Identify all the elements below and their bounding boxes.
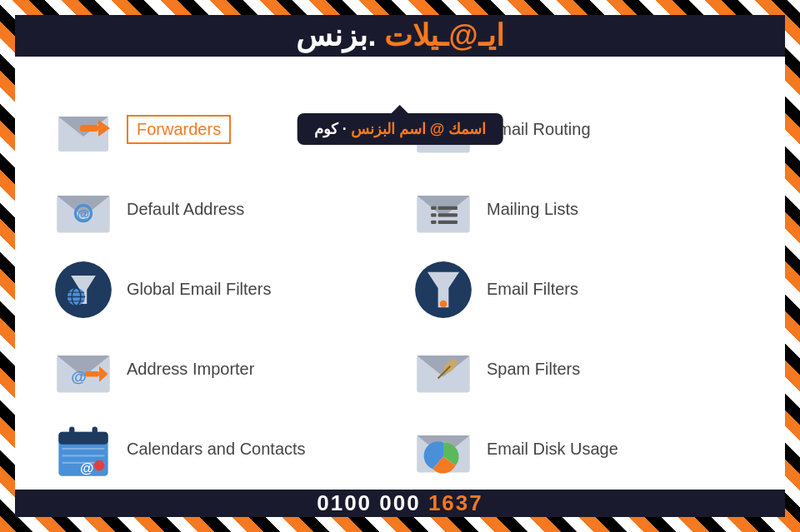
menu-item-email-filters[interactable]: Email Filters	[400, 250, 760, 330]
mailing-lists-icon	[413, 180, 473, 240]
mailing-lists-label: Mailing Lists	[487, 200, 578, 219]
svg-text:@: @	[71, 367, 87, 385]
forwarders-label: Forwarders	[127, 115, 231, 144]
menu-item-default-address[interactable]: @ Default Address	[40, 170, 400, 250]
footer: 0100 000 1637	[15, 490, 785, 517]
svg-rect-44	[69, 426, 74, 437]
phone-part1: 0100 000	[317, 490, 428, 515]
email-filters-icon	[413, 260, 473, 320]
svg-rect-20	[438, 213, 458, 216]
svg-rect-3	[80, 125, 98, 132]
default-address-icon: @	[53, 180, 113, 240]
svg-rect-22	[438, 220, 458, 223]
calendars-contacts-icon: @	[53, 420, 113, 480]
svg-rect-47	[62, 455, 105, 456]
spam-filters-label: Spam Filters	[487, 360, 580, 379]
forwarders-icon	[53, 100, 113, 160]
address-importer-label: Address Importer	[127, 360, 254, 379]
header: ايـ@ـيلات .بزنس	[15, 15, 785, 57]
menu-item-global-email-filters[interactable]: Global Email Filters	[40, 250, 400, 330]
svg-text:@: @	[80, 460, 94, 475]
svg-rect-21	[431, 220, 436, 223]
default-address-label: Default Address	[127, 200, 244, 219]
svg-rect-36	[85, 371, 99, 376]
email-disk-usage-icon	[413, 420, 473, 480]
address-importer-icon: @	[53, 340, 113, 400]
svg-text:@: @	[78, 206, 89, 220]
logo-part2: .بزنس	[296, 18, 376, 52]
svg-rect-46	[62, 447, 105, 449]
menu-item-mailing-lists[interactable]: Mailing Lists	[400, 170, 760, 250]
menu-item-calendars-contacts[interactable]: @ Calendars and Contacts	[40, 410, 400, 490]
tooltip-part2: اسمك @ اسم البزنس	[351, 121, 487, 137]
svg-point-32	[440, 300, 447, 306]
email-filters-label: Email Filters	[487, 280, 578, 299]
menu-item-email-disk-usage[interactable]: Email Disk Usage	[400, 410, 760, 490]
tooltip-bubble: اسمك @ اسم البزنس · كوم	[298, 113, 503, 145]
svg-rect-43	[58, 431, 108, 444]
svg-rect-18	[438, 206, 458, 209]
inner-frame: ايـ@ـيلات .بزنس اسمك @ اسم البزنس · كوم	[15, 15, 785, 517]
spam-filters-icon	[413, 340, 473, 400]
global-email-filters-icon	[53, 260, 113, 320]
tooltip-part1: · كوم	[314, 121, 347, 137]
svg-rect-45	[92, 426, 98, 437]
svg-point-50	[94, 460, 105, 470]
menu-item-spam-filters[interactable]: Spam Filters	[400, 330, 760, 410]
svg-rect-19	[431, 213, 436, 216]
phone-part2: 1637	[428, 490, 483, 515]
header-logo: ايـ@ـيلات .بزنس	[296, 18, 503, 53]
svg-rect-17	[431, 206, 436, 209]
global-email-filters-label: Global Email Filters	[127, 280, 271, 299]
logo-part1: ايـ@ـيلات	[384, 18, 503, 52]
footer-phone: 0100 000 1637	[317, 490, 483, 516]
menu-item-address-importer[interactable]: @ Address Importer	[40, 330, 400, 410]
email-disk-usage-label: Email Disk Usage	[487, 440, 618, 459]
calendars-contacts-label: Calendars and Contacts	[127, 440, 306, 459]
